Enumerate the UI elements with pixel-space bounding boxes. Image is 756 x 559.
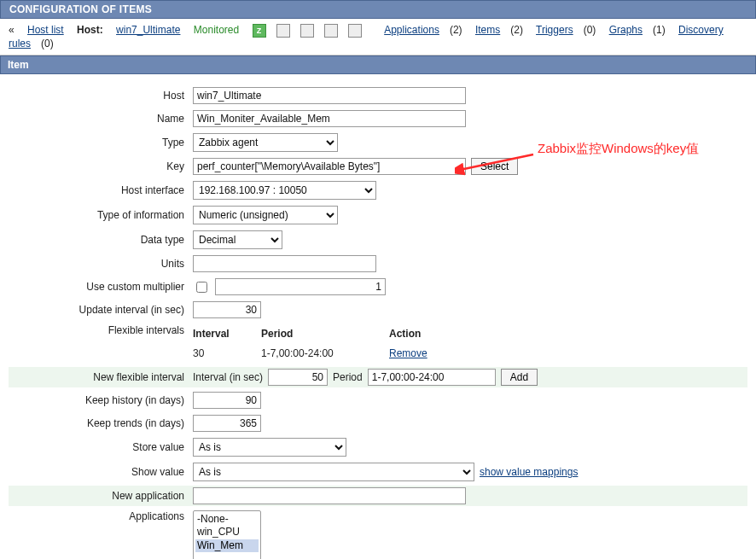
keep-trends-field[interactable]: [193, 415, 261, 432]
z-icon: Z: [253, 24, 266, 38]
units-field[interactable]: [193, 255, 376, 272]
tab-graphs[interactable]: Graphs: [609, 24, 643, 36]
back-marker: «: [9, 24, 15, 36]
custom-mult-label: Use custom multiplier: [9, 281, 193, 293]
tab-items[interactable]: Items: [475, 24, 500, 36]
new-application-field[interactable]: [193, 487, 466, 504]
store-value-label: Store value: [9, 441, 193, 453]
flex-row-period: 1-7,00:00-24:00: [261, 347, 389, 359]
data-type-label: Data type: [9, 234, 193, 246]
host-list-link[interactable]: Host list: [27, 24, 64, 36]
new-flex-interval-field[interactable]: [268, 369, 328, 386]
new-application-label: New application: [9, 490, 193, 502]
table-row: 30 1-7,00:00-24:00 Remove: [193, 344, 474, 363]
tab-triggers[interactable]: Triggers: [536, 24, 573, 36]
name-field[interactable]: [193, 110, 466, 127]
key-field[interactable]: [193, 158, 466, 175]
new-flex-add-button[interactable]: Add: [501, 369, 538, 386]
flex-head-interval: Interval: [193, 328, 261, 340]
custom-mult-field: [215, 278, 386, 295]
applications-count: (2): [450, 24, 462, 36]
applications-select[interactable]: -None-win_CPUWin_Mem: [193, 510, 261, 559]
show-value-label: Show value: [9, 466, 193, 478]
host-name-link[interactable]: win7_Ultimate: [116, 24, 180, 36]
status-icon: [276, 24, 290, 38]
custom-mult-checkbox[interactable]: [196, 282, 207, 293]
page-header: CONFIGURATION OF ITEMS: [0, 0, 756, 19]
host-field-label: Host: [9, 90, 193, 102]
flex-intervals-label: Flexible intervals: [9, 324, 193, 336]
items-count: (2): [510, 24, 523, 36]
discovery-count: (0): [41, 38, 54, 49]
new-flex-label: New flexible interval: [9, 371, 193, 383]
keep-history-label: Keep history (in days): [9, 394, 193, 406]
graphs-count: (1): [653, 24, 666, 36]
type-select[interactable]: Zabbix agent: [193, 133, 338, 152]
list-item[interactable]: -None-: [195, 513, 259, 526]
show-value-select[interactable]: As is: [193, 463, 474, 481]
new-flex-interval-label: Interval (in sec): [193, 371, 263, 383]
data-type-select[interactable]: Decimal: [193, 230, 282, 249]
annotation-text: Zabbix监控Windows的key值: [538, 141, 699, 157]
status-icon: [300, 24, 314, 38]
triggers-count: (0): [584, 24, 596, 36]
monitored-status: Monitored: [194, 24, 239, 36]
flex-remove-link[interactable]: Remove: [389, 347, 427, 359]
store-value-select[interactable]: As is: [193, 438, 346, 457]
new-flex-period-field[interactable]: [368, 369, 496, 386]
show-value-mappings-link[interactable]: show value mappings: [480, 466, 578, 478]
type-field-label: Type: [9, 137, 193, 148]
new-flex-period-label: Period: [333, 371, 363, 383]
update-interval-field[interactable]: [193, 301, 261, 318]
flex-row-interval: 30: [193, 347, 261, 359]
status-icon: [348, 24, 362, 38]
tab-applications[interactable]: Applications: [384, 24, 439, 36]
host-interface-label: Host interface: [9, 184, 193, 196]
host-field: [193, 87, 466, 104]
list-item[interactable]: win_CPU: [195, 526, 259, 539]
name-field-label: Name: [9, 113, 193, 125]
keep-trends-label: Keep trends (in days): [9, 417, 193, 429]
host-label: Host:: [77, 24, 103, 36]
breadcrumb: « Host list Host: win7_Ultimate Monitore…: [0, 19, 756, 55]
key-field-label: Key: [9, 160, 193, 172]
units-label: Units: [9, 258, 193, 270]
flex-head-period: Period: [261, 328, 389, 340]
status-icon: [324, 24, 338, 38]
flex-intervals-table: Interval Period Action 30 1-7,00:00-24:0…: [193, 324, 474, 363]
flex-head-action: Action: [389, 328, 474, 340]
info-type-select[interactable]: Numeric (unsigned): [193, 206, 338, 224]
info-type-label: Type of information: [9, 209, 193, 221]
applications-label: Applications: [9, 510, 193, 522]
keep-history-field[interactable]: [193, 392, 261, 409]
key-select-button[interactable]: Select: [471, 158, 518, 175]
update-interval-label: Update interval (in sec): [9, 304, 193, 316]
section-header: Item: [0, 55, 756, 74]
host-interface-select[interactable]: 192.168.100.97 : 10050: [193, 181, 376, 200]
icon-strip: Z: [253, 24, 372, 38]
list-item[interactable]: Win_Mem: [195, 539, 259, 552]
